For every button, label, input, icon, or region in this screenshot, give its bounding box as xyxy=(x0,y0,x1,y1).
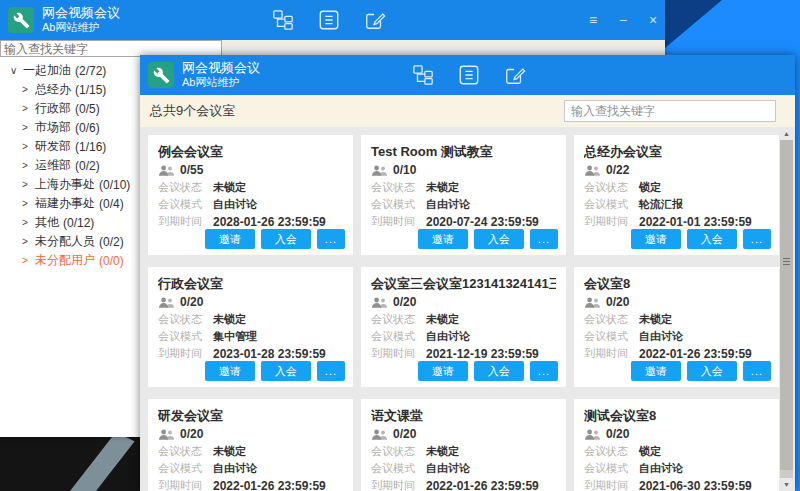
more-button[interactable]: ... xyxy=(317,361,345,381)
tree-label: 行政部 xyxy=(35,100,71,117)
status-value: 未锁定 xyxy=(213,180,246,195)
join-button[interactable]: 入会 xyxy=(474,229,524,249)
tree-label: 研发部 xyxy=(35,138,71,155)
invite-button[interactable]: 邀请 xyxy=(631,361,681,381)
tree-count: (1/15) xyxy=(75,83,106,97)
join-button[interactable]: 入会 xyxy=(261,361,311,381)
wallpaper-bottom-left xyxy=(0,437,140,491)
scroll-up-icon[interactable]: ▲ xyxy=(780,127,793,140)
join-button[interactable]: 入会 xyxy=(687,361,737,381)
tree-count: (0/6) xyxy=(75,121,100,135)
titlebar: 网会视频会议 Ab网站维护 ≡ − × xyxy=(0,0,665,40)
room-card: 行政会议室 0/20 会议状态未锁定 会议模式集中管理 到期时间2023-01-… xyxy=(148,267,353,387)
close-icon[interactable]: × xyxy=(645,13,661,27)
room-card-grid: 例会会议室 0/55 会议状态未锁定 会议模式自由讨论 到期时间2028-01-… xyxy=(140,127,795,491)
expire-value: 2021-06-30 23:59:59 xyxy=(639,479,752,491)
meeting-rooms-window: 网会视频会议 Ab网站维护 ≡ − × 总共9个会议室 例会会议室 xyxy=(140,55,795,491)
expire-value: 2022-01-26 23:59:59 xyxy=(639,347,752,361)
participants-icon xyxy=(158,165,174,176)
room-occupancy: 0/20 xyxy=(606,295,629,309)
mode-label: 会议模式 xyxy=(584,329,639,344)
join-button[interactable]: 入会 xyxy=(261,229,311,249)
mode-value: 自由讨论 xyxy=(639,461,683,476)
invite-button[interactable]: 邀请 xyxy=(418,229,468,249)
expire-value: 2022-01-01 23:59:59 xyxy=(639,215,752,229)
minimize-icon[interactable]: − xyxy=(615,13,631,27)
status-label: 会议状态 xyxy=(371,180,426,195)
app-subtitle: Ab网站维护 xyxy=(182,76,260,90)
tree-count: (1/16) xyxy=(75,140,106,154)
meeting-list-icon[interactable] xyxy=(318,9,340,31)
more-button[interactable]: ... xyxy=(530,229,558,249)
expire-label: 到期时间 xyxy=(584,214,639,229)
menu-icon[interactable]: ≡ xyxy=(585,13,601,27)
room-count-summary: 总共9个会议室 xyxy=(150,102,235,120)
mode-value: 自由讨论 xyxy=(213,461,257,476)
tree-label: 运维部 xyxy=(35,157,71,174)
more-button[interactable]: ... xyxy=(530,361,558,381)
status-label: 会议状态 xyxy=(158,180,213,195)
participants-icon xyxy=(158,429,174,440)
invite-button[interactable]: 邀请 xyxy=(205,361,255,381)
status-value: 未锁定 xyxy=(213,444,246,459)
room-name: 总经办会议室 xyxy=(584,143,769,161)
summary-bar: 总共9个会议室 xyxy=(140,95,795,127)
participants-icon xyxy=(371,429,387,440)
mode-value: 自由讨论 xyxy=(639,329,683,344)
mode-value: 集中管理 xyxy=(213,329,257,344)
wrench-icon xyxy=(153,67,170,84)
meeting-list-icon[interactable] xyxy=(458,64,480,86)
org-chart-icon[interactable] xyxy=(412,64,434,86)
room-occupancy: 0/10 xyxy=(393,163,416,177)
mode-value: 自由讨论 xyxy=(426,329,470,344)
vertical-scrollbar[interactable]: ▲ ▼ xyxy=(780,127,793,491)
tree-count: (0/10) xyxy=(99,178,130,192)
chevron-down-icon: ∨ xyxy=(10,65,23,76)
join-button[interactable]: 入会 xyxy=(687,229,737,249)
participants-icon xyxy=(158,297,174,308)
tree-count: (0/12) xyxy=(63,216,94,230)
chevron-right-icon: > xyxy=(22,179,35,190)
status-label: 会议状态 xyxy=(158,444,213,459)
more-button[interactable]: ... xyxy=(743,229,771,249)
tree-label: 未分配用户 xyxy=(35,252,95,269)
room-occupancy: 0/20 xyxy=(180,427,203,441)
room-name: Test Room 测试教室 xyxy=(371,143,556,161)
scroll-down-icon[interactable]: ▼ xyxy=(780,478,793,491)
more-button[interactable]: ... xyxy=(317,229,345,249)
status-label: 会议状态 xyxy=(371,444,426,459)
tree-label: 市场部 xyxy=(35,119,71,136)
status-value: 锁定 xyxy=(639,444,661,459)
tree-label: 未分配人员 xyxy=(35,233,95,250)
mode-label: 会议模式 xyxy=(371,461,426,476)
tree-label: 总经办 xyxy=(35,81,71,98)
join-button[interactable]: 入会 xyxy=(474,361,524,381)
edit-icon[interactable] xyxy=(504,64,526,86)
room-card: 会议室三会议室123141324141三会... 0/20 会议状态未锁定 会议… xyxy=(361,267,566,387)
org-chart-icon[interactable] xyxy=(272,9,294,31)
more-button[interactable]: ... xyxy=(743,361,771,381)
status-label: 会议状态 xyxy=(584,312,639,327)
tree-label: 福建办事处 xyxy=(35,195,95,212)
status-value: 未锁定 xyxy=(213,312,246,327)
room-search-input[interactable] xyxy=(564,100,776,122)
status-value: 未锁定 xyxy=(639,312,672,327)
expire-value: 2021-12-19 23:59:59 xyxy=(426,347,539,361)
chevron-right-icon: > xyxy=(22,236,35,247)
room-card: 测试会议室8 0/20 会议状态锁定 会议模式自由讨论 到期时间2021-06-… xyxy=(574,399,779,491)
invite-button[interactable]: 邀请 xyxy=(205,229,255,249)
mode-label: 会议模式 xyxy=(158,197,213,212)
status-label: 会议状态 xyxy=(584,180,639,195)
invite-button[interactable]: 邀请 xyxy=(631,229,681,249)
mode-value: 自由讨论 xyxy=(426,197,470,212)
status-value: 未锁定 xyxy=(426,180,459,195)
chevron-right-icon: > xyxy=(22,84,35,95)
chevron-right-icon: > xyxy=(22,217,35,228)
room-occupancy: 0/20 xyxy=(393,295,416,309)
scrollbar-grip xyxy=(783,258,790,265)
scrollbar-thumb[interactable] xyxy=(780,140,793,470)
tree-label: 上海办事处 xyxy=(35,176,95,193)
room-card: 例会会议室 0/55 会议状态未锁定 会议模式自由讨论 到期时间2028-01-… xyxy=(148,135,353,255)
edit-icon[interactable] xyxy=(364,9,386,31)
invite-button[interactable]: 邀请 xyxy=(418,361,468,381)
